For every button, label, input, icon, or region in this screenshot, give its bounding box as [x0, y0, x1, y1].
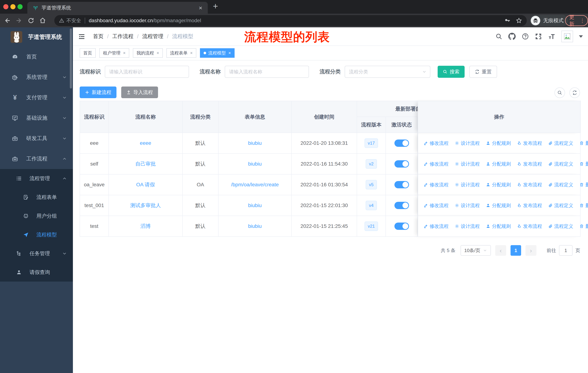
github-icon[interactable]: [508, 33, 516, 40]
action-edit-process[interactable]: 修改流程: [424, 161, 449, 167]
tag-tenant[interactable]: 租户管理×: [99, 48, 129, 58]
action-delete[interactable]: 删除: [579, 181, 588, 188]
tag-close-icon[interactable]: ×: [190, 50, 193, 56]
sidebar-item-payment[interactable]: ¥ 支付管理: [0, 87, 73, 108]
next-page-button[interactable]: ›: [525, 245, 536, 256]
action-assign-rule[interactable]: 分配规则: [486, 202, 511, 209]
action-design-process[interactable]: 设计流程: [455, 202, 480, 209]
sidebar-item-task-mgmt[interactable]: 任务管理: [0, 244, 73, 263]
filter-category-select[interactable]: 流程分类: [345, 66, 430, 78]
reset-button[interactable]: 重置: [469, 66, 497, 78]
back-icon[interactable]: [4, 17, 10, 24]
show-search-icon[interactable]: [555, 87, 565, 98]
browser-update-button[interactable]: 更新 ⋮: [565, 15, 588, 26]
action-publish-process[interactable]: 发布流程: [517, 140, 542, 146]
action-delete[interactable]: 删除: [579, 223, 588, 230]
action-design-process[interactable]: 设计流程: [455, 161, 480, 167]
browser-tab[interactable]: 芋道管理系统 ×: [27, 2, 208, 14]
import-process-button[interactable]: 导入流程: [121, 87, 158, 98]
zoom-window-button[interactable]: [18, 4, 23, 9]
forward-icon[interactable]: [16, 17, 23, 24]
avatar-caret-icon[interactable]: [579, 35, 583, 38]
sidebar-item-system[interactable]: 系统管理: [0, 67, 73, 87]
action-publish-process[interactable]: 发布流程: [517, 161, 542, 167]
active-toggle[interactable]: [394, 202, 409, 209]
active-toggle[interactable]: [394, 140, 409, 147]
filter-key-input[interactable]: [105, 66, 189, 78]
collapse-sidebar-icon[interactable]: [78, 33, 85, 40]
filter-name-input[interactable]: [225, 66, 309, 78]
help-icon[interactable]: [522, 33, 529, 40]
form-info-link[interactable]: biubiu: [248, 202, 262, 208]
sidebar-item-leave-query[interactable]: 请假查询: [0, 263, 73, 282]
sidebar-item-workflow[interactable]: 工作流程: [0, 149, 73, 169]
prev-page-button[interactable]: ‹: [495, 245, 506, 256]
action-process-definition[interactable]: 流程定义: [548, 161, 573, 167]
tag-home[interactable]: 首页: [80, 48, 96, 58]
tag-close-icon[interactable]: ×: [157, 50, 159, 56]
breadcrumb-process-mgmt[interactable]: 流程管理: [142, 33, 163, 40]
action-assign-rule[interactable]: 分配规则: [486, 161, 511, 167]
active-toggle[interactable]: [394, 160, 409, 168]
action-assign-rule[interactable]: 分配规则: [486, 181, 511, 188]
search-icon[interactable]: [495, 33, 502, 40]
active-toggle[interactable]: [394, 181, 409, 188]
tag-process-model[interactable]: 流程模型×: [200, 48, 235, 58]
sidebar-item-process-mgmt[interactable]: 流程管理: [0, 169, 73, 188]
form-info-link[interactable]: biubiu: [248, 223, 262, 229]
page-size-select[interactable]: 10条/页: [461, 245, 491, 256]
active-toggle[interactable]: [394, 222, 409, 230]
avatar[interactable]: [561, 30, 573, 42]
new-tab-button[interactable]: +: [213, 1, 218, 11]
process-name-link[interactable]: OA 请假: [136, 181, 155, 188]
form-info-link[interactable]: biubiu: [248, 161, 262, 167]
current-page-button[interactable]: 1: [511, 245, 521, 256]
breadcrumb-home[interactable]: 首页: [93, 33, 104, 40]
form-info-link[interactable]: /bpm/oa/leave/create: [231, 182, 279, 188]
url-host[interactable]: dashboard.yudao.iocoder.cn: [89, 18, 153, 23]
key-icon[interactable]: [504, 18, 510, 24]
font-size-icon[interactable]: [548, 33, 556, 40]
reload-icon[interactable]: [28, 17, 34, 24]
sidebar-item-infra[interactable]: 基础设施: [0, 108, 73, 128]
action-process-definition[interactable]: 流程定义: [548, 140, 573, 146]
browser-menu-icon[interactable]: ⋮: [580, 18, 585, 24]
not-secure-label[interactable]: 不安全: [66, 17, 81, 24]
action-process-definition[interactable]: 流程定义: [548, 223, 573, 230]
action-delete[interactable]: 删除: [579, 161, 588, 167]
action-publish-process[interactable]: 发布流程: [517, 202, 542, 209]
action-publish-process[interactable]: 发布流程: [517, 223, 542, 230]
action-process-definition[interactable]: 流程定义: [548, 202, 573, 209]
process-name-link[interactable]: 自己审批: [136, 161, 156, 167]
action-process-definition[interactable]: 流程定义: [548, 181, 573, 188]
action-assign-rule[interactable]: 分配规则: [486, 223, 511, 230]
url-path[interactable]: /bpm/manager/model: [153, 18, 201, 23]
tag-my-process[interactable]: 我的流程×: [133, 48, 163, 58]
sidebar-item-process-model[interactable]: 流程模型: [0, 225, 73, 244]
action-design-process[interactable]: 设计流程: [455, 181, 480, 188]
form-info-link[interactable]: biubiu: [248, 140, 262, 146]
bookmark-star-icon[interactable]: [516, 18, 522, 24]
create-process-button[interactable]: 新建流程: [80, 87, 116, 98]
action-edit-process[interactable]: 修改流程: [424, 223, 449, 230]
minimize-window-button[interactable]: [10, 4, 15, 9]
address-bar[interactable]: 不安全 dashboard.yudao.iocoder.cn/bpm/manag…: [54, 15, 527, 26]
action-assign-rule[interactable]: 分配规则: [486, 140, 511, 146]
tag-close-icon[interactable]: ×: [228, 50, 231, 56]
action-edit-process[interactable]: 修改流程: [424, 202, 449, 209]
action-delete[interactable]: 删除: [579, 202, 588, 209]
search-button[interactable]: 搜索: [438, 66, 465, 78]
sidebar-item-devtools[interactable]: 研发工具: [0, 128, 73, 149]
fullscreen-icon[interactable]: [535, 33, 542, 40]
action-edit-process[interactable]: 修改流程: [424, 181, 449, 188]
goto-page-input[interactable]: [559, 245, 573, 256]
action-publish-process[interactable]: 发布流程: [517, 181, 542, 188]
refresh-icon[interactable]: [569, 87, 580, 98]
process-name-link[interactable]: 滔博: [141, 223, 151, 230]
tag-process-form[interactable]: 流程表单×: [166, 48, 196, 58]
action-design-process[interactable]: 设计流程: [455, 140, 480, 146]
tag-close-icon[interactable]: ×: [123, 50, 126, 56]
close-window-button[interactable]: [3, 4, 8, 9]
sidebar-item-home[interactable]: 首页: [0, 47, 73, 67]
action-design-process[interactable]: 设计流程: [455, 223, 480, 230]
